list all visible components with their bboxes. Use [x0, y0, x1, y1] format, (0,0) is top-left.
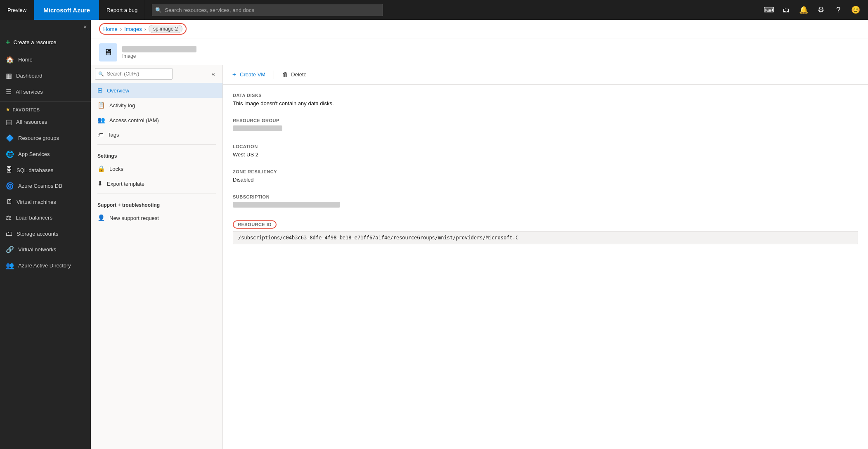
overview-icon: ⊞: [97, 87, 103, 94]
leftnav-item-overview[interactable]: ⊞ Overview: [91, 83, 222, 98]
subscription-label: SUBSCRIPTION: [233, 194, 858, 199]
split-pane: « ⊞ Overview 📋 Activity log 👥 Access con…: [91, 65, 868, 449]
sidebar-item-sql-databases[interactable]: 🗄 SQL databases: [0, 162, 91, 178]
cloud-shell-icon[interactable]: ⌨: [762, 2, 776, 17]
sidebar-item-dashboard[interactable]: ▦ Dashboard: [0, 68, 91, 84]
support-section-label: Support + troubleshooting: [91, 196, 222, 210]
left-nav-search-wrap: [95, 68, 205, 80]
left-nav-header: «: [91, 65, 222, 83]
image-icon: 🖥: [104, 47, 113, 58]
storage-icon: 🗃: [6, 230, 12, 237]
home-icon: 🏠: [6, 56, 14, 64]
prop-data-disks: DATA DISKS This image doesn't contain an…: [233, 93, 858, 106]
vnet-icon: 🔗: [6, 246, 14, 253]
notifications-icon[interactable]: 🔔: [796, 2, 811, 17]
chevron-left-icon: «: [83, 23, 87, 30]
sidebar-item-virtual-networks[interactable]: 🔗 Virtual networks: [0, 241, 91, 258]
sidebar-divider-1: [0, 102, 91, 102]
zone-resiliency-label: ZONE RESILIENCY: [233, 169, 858, 174]
sidebar: « + Create a resource 🏠 Home ▦ Dashboard…: [0, 20, 91, 449]
support-request-icon: 👤: [97, 214, 105, 222]
locks-icon: 🔒: [97, 165, 105, 173]
star-icon: ★: [6, 107, 10, 112]
search-input[interactable]: [152, 4, 383, 16]
sidebar-item-home[interactable]: 🏠 Home: [0, 52, 91, 68]
favorites-label: ★ FAVORITES: [0, 104, 91, 114]
create-vm-button[interactable]: ＋ Create VM: [231, 69, 265, 80]
sidebar-item-cosmos-db[interactable]: 🌀 Azure Cosmos DB: [0, 178, 91, 194]
sidebar-item-resource-groups[interactable]: 🔷 Resource groups: [0, 130, 91, 146]
search-icon: 🔍: [155, 7, 162, 13]
leftnav-divider-1: [97, 144, 216, 145]
all-services-icon: ☰: [6, 88, 12, 96]
prop-subscription: SUBSCRIPTION: [233, 194, 858, 209]
sidebar-item-all-services[interactable]: ☰ All services: [0, 84, 91, 100]
prop-resource-id: RESOURCE ID /subscriptions/c04b3c63-8dfe…: [233, 220, 858, 244]
directory-icon[interactable]: 🗂: [779, 2, 794, 17]
resource-icon: 🖥: [99, 43, 117, 61]
breadcrumb-home[interactable]: Home: [103, 26, 118, 32]
resource-group-value: [233, 125, 858, 132]
topbar-search-area: 🔍: [152, 4, 755, 16]
breadcrumb-images[interactable]: Images: [124, 26, 142, 32]
main-area: « + Create a resource 🏠 Home ▦ Dashboard…: [0, 20, 868, 449]
prop-location: LOCATION West US 2: [233, 144, 858, 158]
sidebar-item-azure-ad[interactable]: 👥 Azure Active Directory: [0, 258, 91, 274]
data-disks-value: This image doesn't contain any data disk…: [233, 100, 858, 106]
sidebar-item-app-services[interactable]: 🌐 App Services: [0, 146, 91, 162]
sql-db-icon: 🗄: [6, 166, 12, 174]
subscription-value: [233, 202, 858, 209]
breadcrumb-oval: Home › Images › sp-image-2: [99, 23, 187, 35]
topbar: Preview Microsoft Azure Report a bug 🔍 ⌨…: [0, 0, 868, 20]
detail-properties: DATA DISKS This image doesn't contain an…: [223, 85, 868, 264]
sidebar-item-storage-accounts[interactable]: 🗃 Storage accounts: [0, 226, 91, 241]
help-icon[interactable]: ?: [831, 2, 846, 17]
toolbar-divider: [274, 71, 274, 79]
subscription-blurred: [233, 202, 340, 208]
leftnav-item-tags[interactable]: 🏷 Tags: [91, 128, 222, 142]
plus-circle-icon: ＋: [231, 71, 237, 78]
leftnav-item-locks[interactable]: 🔒 Locks: [91, 161, 222, 176]
sidebar-item-all-resources[interactable]: ▤ All resources: [0, 114, 91, 130]
leftnav-item-activity-log[interactable]: 📋 Activity log: [91, 98, 222, 113]
left-nav-collapse-button[interactable]: «: [208, 69, 218, 79]
detail-panel: ＋ Create VM 🗑 Delete DATA DISKS This ima…: [223, 65, 868, 449]
create-resource-button[interactable]: + Create a resource: [0, 33, 91, 52]
leftnav-item-new-support[interactable]: 👤 New support request: [91, 210, 222, 225]
prop-resource-group: RESOURCE GROUP: [233, 118, 858, 132]
resource-group-label: RESOURCE GROUP: [233, 118, 858, 123]
resource-id-value[interactable]: /subscriptions/c04b3c63-8dfe-4f98-be18-e…: [233, 231, 858, 244]
leftnav-item-export-template[interactable]: ⬇ Export template: [91, 176, 222, 191]
prop-zone-resiliency: ZONE RESILIENCY Disabled: [233, 169, 858, 183]
plus-icon: +: [6, 38, 10, 47]
report-bug-button[interactable]: Report a bug: [99, 0, 145, 20]
location-value: West US 2: [233, 151, 858, 158]
all-resources-icon: ▤: [6, 118, 12, 126]
aad-icon: 👥: [6, 262, 14, 269]
account-icon[interactable]: 😊: [848, 2, 863, 17]
breadcrumb-sep-2: ›: [144, 26, 146, 32]
dashboard-icon: ▦: [6, 72, 12, 80]
resource-id-label: RESOURCE ID: [233, 220, 858, 229]
sidebar-item-load-balancers[interactable]: ⚖ Load balancers: [0, 210, 91, 226]
trash-icon: 🗑: [282, 71, 289, 78]
vm-icon: 🖥: [6, 198, 12, 206]
sidebar-collapse-button[interactable]: «: [0, 20, 91, 33]
resource-groups-icon: 🔷: [6, 134, 14, 142]
sidebar-item-virtual-machines[interactable]: 🖥 Virtual machines: [0, 194, 91, 210]
content-area: Home › Images › sp-image-2 🖥 Image: [91, 20, 868, 449]
activity-log-icon: 📋: [97, 102, 105, 109]
topbar-icons: ⌨ 🗂 🔔 ⚙ ? 😊: [762, 2, 868, 17]
left-nav-search-input[interactable]: [95, 68, 173, 80]
settings-section-label: Settings: [91, 147, 222, 161]
breadcrumb-sep-1: ›: [120, 26, 122, 32]
app-services-icon: 🌐: [6, 150, 14, 158]
resource-title: [122, 46, 196, 52]
breadcrumb: Home › Images › sp-image-2: [91, 20, 868, 38]
leftnav-item-access-control[interactable]: 👥 Access control (IAM): [91, 113, 222, 128]
delete-button[interactable]: 🗑 Delete: [282, 69, 307, 80]
tags-icon: 🏷: [97, 131, 104, 138]
data-disks-label: DATA DISKS: [233, 93, 858, 98]
location-label: LOCATION: [233, 144, 858, 149]
settings-icon[interactable]: ⚙: [814, 2, 828, 17]
